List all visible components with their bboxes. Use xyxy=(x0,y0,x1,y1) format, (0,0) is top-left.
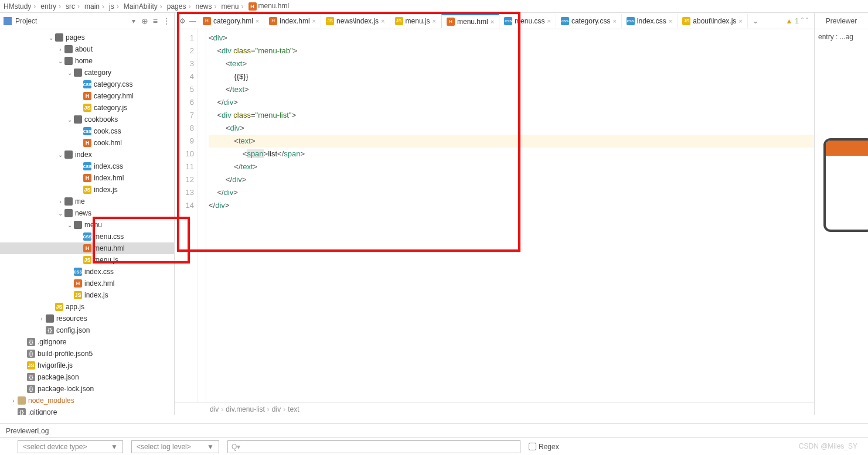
tree-node[interactable]: ⌄pages xyxy=(0,32,174,43)
collapse-icon[interactable]: — xyxy=(188,17,198,25)
editor-breadcrumb-item[interactable]: div xyxy=(210,405,219,413)
close-icon[interactable]: × xyxy=(669,18,672,25)
log-level-select[interactable]: <select log level>▼ xyxy=(131,440,219,453)
tree-node[interactable]: JSmenu.js xyxy=(0,254,174,266)
tree-node[interactable]: {}.gitignore xyxy=(0,406,174,415)
tree-node[interactable]: ⌄category xyxy=(0,67,174,78)
warning-count: 1 xyxy=(795,17,799,25)
tree-node[interactable]: JSindex.js xyxy=(0,184,174,196)
tree-node[interactable]: JScategory.js xyxy=(0,102,174,114)
editor-breadcrumb-item[interactable]: div.menu-list xyxy=(226,405,264,413)
editor-tabbar: ⚙ — Hcategory.hml×Hindex.hml×JSnews\inde… xyxy=(175,13,814,29)
editor-area: ⚙ — Hcategory.hml×Hindex.hml×JSnews\inde… xyxy=(175,13,814,415)
tree-node[interactable]: Hcategory.hml xyxy=(0,90,174,102)
locate-icon[interactable]: ⊕ xyxy=(141,16,148,26)
tabs-overflow-icon[interactable]: ⌄ xyxy=(748,17,763,25)
gear-icon[interactable]: ⚙ xyxy=(177,17,188,25)
close-icon[interactable]: × xyxy=(491,18,494,25)
project-sidebar: Project ▾ ⊕ ≡ ⋮ ⌄pages›about⌄home⌄catego… xyxy=(0,13,175,415)
project-icon xyxy=(4,17,12,25)
expand-icon[interactable]: ≡ xyxy=(153,16,158,26)
device-statusbar xyxy=(826,141,868,156)
previewer-panel: Previewer entry : ...ag xyxy=(814,13,868,415)
log-search-input[interactable]: Q▾ xyxy=(227,440,520,453)
down-icon[interactable]: ˇ xyxy=(806,17,808,25)
project-tree[interactable]: ⌄pages›about⌄home⌄categorycsscategory.cs… xyxy=(0,29,174,415)
tree-node[interactable]: cssindex.css xyxy=(0,266,174,278)
up-icon[interactable]: ˆ xyxy=(801,17,804,25)
settings-icon[interactable]: ⋮ xyxy=(162,16,171,26)
tree-node[interactable]: cssmenu.css xyxy=(0,231,174,242)
tree-node[interactable]: csscook.css xyxy=(0,125,174,137)
editor-breadcrumb[interactable]: div›div.menu-list›div›text xyxy=(175,402,814,415)
editor-tab[interactable]: JSnews\index.js× xyxy=(321,14,390,28)
tree-node[interactable]: cssindex.css xyxy=(0,160,174,172)
tree-node[interactable]: csscategory.css xyxy=(0,78,174,90)
fold-gutter[interactable] xyxy=(198,29,206,402)
device-preview xyxy=(823,138,868,232)
previewer-log-title[interactable]: PreviewerLog xyxy=(0,423,868,437)
breadcrumb-item[interactable]: HMstudy xyxy=(1,2,38,11)
editor-tab[interactable]: JSmenu.js× xyxy=(390,14,441,28)
line-gutter: 1234567891011121314 xyxy=(175,29,198,402)
tree-node[interactable]: {}build-profile.json5 xyxy=(0,348,174,360)
watermark: CSDN @Miles_SY xyxy=(799,442,857,450)
tree-node[interactable]: {}package-lock.json xyxy=(0,383,174,395)
breadcrumb-item[interactable]: entry xyxy=(38,2,63,11)
tree-node[interactable]: JSindex.js xyxy=(0,289,174,301)
close-icon[interactable]: × xyxy=(738,18,742,25)
tree-node[interactable]: JShvigorfile.js xyxy=(0,360,174,371)
tree-node[interactable]: {}package.json xyxy=(0,371,174,383)
tree-node[interactable]: ⌄index xyxy=(0,149,174,160)
tree-node[interactable]: ⌄cookbooks xyxy=(0,114,174,125)
project-dropdown-icon[interactable]: ▾ xyxy=(132,17,135,25)
editor-tab[interactable]: cssmenu.css× xyxy=(499,14,556,28)
editor-tab[interactable]: cssindex.css× xyxy=(622,14,678,28)
editor-tab[interactable]: Hcategory.hml× xyxy=(198,14,264,28)
tree-node[interactable]: Hmenu.hml xyxy=(0,242,174,254)
tree-node[interactable]: ⌄menu xyxy=(0,219,174,231)
breadcrumb-item[interactable]: main xyxy=(82,2,107,11)
tree-node[interactable]: {}.gitignore xyxy=(0,336,174,348)
editor-tab[interactable]: Hmenu.hml× xyxy=(441,14,499,28)
warning-icon: ▲ xyxy=(785,17,792,25)
close-icon[interactable]: × xyxy=(547,18,550,25)
editor-tab[interactable]: JSabout\index.js× xyxy=(678,14,748,28)
log-toolbar: <select device type>▼ <select log level>… xyxy=(0,437,868,455)
tree-node[interactable]: ›resources xyxy=(0,313,174,324)
breadcrumb-item[interactable]: pages xyxy=(165,2,193,11)
close-icon[interactable]: × xyxy=(381,18,384,25)
close-icon[interactable]: × xyxy=(256,18,259,25)
project-label[interactable]: Project xyxy=(15,17,132,25)
tree-node[interactable]: Hindex.hml xyxy=(0,278,174,289)
code-editor[interactable]: 1234567891011121314 <div> <div class="me… xyxy=(175,29,814,402)
tree-node[interactable]: {}config.json xyxy=(0,324,174,336)
tree-node[interactable]: ⌄home xyxy=(0,55,174,67)
tree-node[interactable]: ⌄news xyxy=(0,207,174,219)
close-icon[interactable]: × xyxy=(612,18,616,25)
regex-checkbox[interactable]: Regex xyxy=(529,443,559,451)
editor-tab[interactable]: csscategory.css× xyxy=(556,14,622,28)
breadcrumb-item[interactable]: Hmenu.hml xyxy=(246,2,292,11)
breadcrumb-item[interactable]: menu xyxy=(219,2,246,11)
tree-node[interactable]: Hindex.hml xyxy=(0,172,174,184)
tree-node[interactable]: Hcook.hml xyxy=(0,137,174,149)
device-type-select[interactable]: <select device type>▼ xyxy=(18,440,123,453)
breadcrumb-item[interactable]: news xyxy=(193,2,219,11)
breadcrumb-item[interactable]: js xyxy=(107,2,121,11)
tree-node[interactable]: ›about xyxy=(0,43,174,55)
breadcrumb-item[interactable]: src xyxy=(63,2,82,11)
editor-breadcrumb-item[interactable]: div xyxy=(272,405,281,413)
close-icon[interactable]: × xyxy=(312,18,316,25)
editor-breadcrumb-item[interactable]: text xyxy=(288,405,299,413)
close-icon[interactable]: × xyxy=(433,18,436,25)
previewer-title[interactable]: Previewer xyxy=(815,13,868,29)
previewer-entry: entry : ...ag xyxy=(815,29,868,45)
breadcrumb-item[interactable]: MainAbility xyxy=(121,2,165,11)
tree-node[interactable]: ›node_modules xyxy=(0,395,174,406)
editor-tab[interactable]: Hindex.hml× xyxy=(264,14,321,28)
tree-node[interactable]: JSapp.js xyxy=(0,301,174,313)
tree-node[interactable]: ›me xyxy=(0,196,174,207)
inspection-status[interactable]: ▲ 1 ˆ ˇ xyxy=(780,17,814,25)
code-content[interactable]: <div> <div class="menu-tab"> <text> {{$}… xyxy=(206,29,814,402)
